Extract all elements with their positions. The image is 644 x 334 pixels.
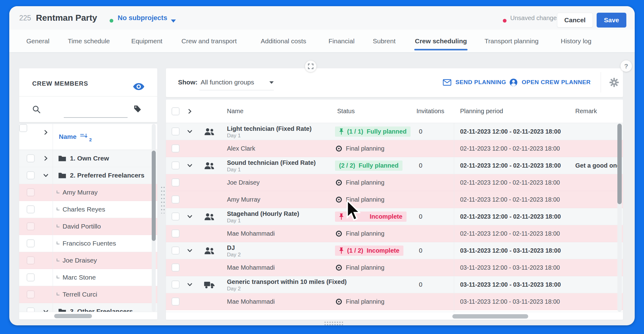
table-vertical-scrollbar-thumb[interactable] [617,124,622,204]
visibility-eye-icon[interactable] [133,83,144,90]
status-badge: Incomplete [335,212,407,222]
open-crew-planner-button[interactable]: OPEN CREW PLANNER [509,68,591,96]
tab-equipment[interactable]: Equipment [131,30,162,52]
row-checkbox[interactable] [172,229,180,238]
tab-additional-costs[interactable]: Additional costs [261,30,306,52]
table-row[interactable]: Amy MurrayFinal planning02-11-2023 12:00… [166,191,623,208]
table-row[interactable]: Generic transport within 10 miles (Fixed… [166,276,623,293]
row-checkbox[interactable] [172,144,180,152]
crew-tree-row[interactable]: Marc Stone [19,269,157,286]
table-row[interactable]: DJDay 2(1 / 2)Incomplete003-11-2023 12:0… [166,242,623,259]
row-checkbox[interactable] [27,188,35,196]
status-badge: (2 / 2)Fully planned [335,161,402,171]
crew-tree-row[interactable]: Amy Murray [19,184,157,201]
crew-tree-row[interactable]: David Portillo [19,218,157,235]
select-all-checkbox[interactable] [172,107,180,115]
crew-tree-row[interactable]: Charles Reyes [19,201,157,218]
column-header-status[interactable]: Status [337,100,355,122]
column-header-invitations[interactable]: Invitations [398,100,444,122]
crew-member-name: Joe Draisey [227,174,260,191]
planning-period: 03-11-2023 12:00 - 03-11-2023 18:00 [460,293,560,310]
planning-period: 03-11-2023 12:00 - 03-11-2023 18:00 [460,276,561,293]
row-checkbox[interactable] [27,290,35,298]
row-checkbox[interactable] [172,195,180,203]
group-label: 1. Own Crew [70,150,109,167]
row-checkbox[interactable] [27,222,35,230]
row-checkbox[interactable] [172,161,180,169]
tab-general[interactable]: General [26,30,50,52]
row-checkbox[interactable] [27,273,35,281]
tab-time-schedule[interactable]: Time schedule [68,30,110,52]
cancel-button[interactable]: Cancel [557,13,593,28]
subprojects-dropdown[interactable]: No subprojects [118,6,167,30]
table-row[interactable]: Mae MohammadiFinal planning02-11-2023 12… [166,225,623,242]
table-row[interactable]: Joe DraiseyFinal planning02-11-2023 12:0… [166,174,623,191]
chevron-down-icon[interactable] [171,19,176,23]
table-row[interactable]: Mae MohammadiFinal planning03-11-2023 12… [166,293,623,310]
scheduling-toolbar: Show: All function groups SEND PLANNING … [166,68,623,97]
row-checkbox[interactable] [27,256,35,264]
row-checkbox[interactable] [27,171,35,179]
select-all-checkbox[interactable] [19,124,27,132]
column-header-planning-period[interactable]: Planning period [460,100,503,122]
table-row[interactable]: Light technician (Fixed Rate)Day 1(1 / 1… [166,123,623,140]
planning-period: 02-11-2023 12:00 - 02-11-2023 18:00 [460,208,561,225]
tab-financial[interactable]: Financial [329,30,355,52]
status-count: (2 / 2) [339,162,355,169]
table-row[interactable]: Sound technician (Fixed Rate)Day 1(2 / 2… [166,157,623,174]
chevron-right-icon[interactable] [43,155,49,161]
function-name: Sound technician (Fixed Rate) [227,159,316,166]
row-checkbox[interactable] [172,263,180,272]
chevron-down-icon[interactable] [187,213,193,220]
row-checkbox[interactable] [172,246,180,255]
row-checkbox[interactable] [172,298,180,306]
chevron-down-icon[interactable] [43,172,49,178]
row-checkbox[interactable] [172,212,180,221]
table-horizontal-scrollbar-thumb[interactable] [452,314,528,319]
crew-tree-row[interactable]: 1. Own Crew [19,150,157,167]
function-group-filter-dropdown[interactable]: All function groups [201,68,254,96]
bottom-resize-handle[interactable] [324,321,344,325]
panel-resize-handle[interactable] [160,186,165,213]
chevron-down-icon[interactable] [187,281,193,288]
status-final-planning: Final planning [336,225,385,242]
crew-tree-row[interactable]: Terrell Curci [19,286,157,303]
row-checkbox[interactable] [27,154,35,162]
tab-crew-and-transport[interactable]: Crew and transport [181,30,237,52]
send-planning-button[interactable]: SEND PLANNING [443,68,506,96]
planning-period: 03-11-2023 12:00 - 03-11-2023 18:00 [460,259,560,276]
column-header-name[interactable]: Name [227,100,243,122]
tab-crew-scheduling[interactable]: Crew scheduling [415,30,467,52]
gear-icon[interactable] [609,78,619,87]
tab-transport-planning[interactable]: Transport planning [485,30,538,52]
table-row[interactable]: Mae MohammadiFinal planning03-11-2023 12… [166,259,623,276]
column-header-remark[interactable]: Remark [575,100,597,122]
row-checkbox[interactable] [172,178,180,186]
row-checkbox[interactable] [27,239,35,247]
crew-tree-row[interactable]: Francisco Fuentes [19,235,157,252]
table-row[interactable]: Alex ClarkFinal planning02-11-2023 12:00… [166,140,623,157]
help-button[interactable]: ? [620,60,632,72]
table-row[interactable]: Stagehand (Hourly Rate)Day 1Incomplete00… [166,208,623,225]
row-checkbox[interactable] [172,280,180,289]
crew-tree-row[interactable]: Joe Draisey [19,252,157,269]
chevron-right-icon[interactable] [187,108,193,114]
chevron-right-icon[interactable] [43,129,49,135]
tab-history-log[interactable]: History log [561,30,591,52]
chevron-down-icon[interactable] [269,81,274,84]
row-checkbox[interactable] [27,205,35,213]
row-checkbox[interactable] [172,127,180,135]
chevron-down-icon[interactable] [187,162,193,169]
crew-vertical-scrollbar-thumb[interactable] [152,151,156,241]
chevron-down-icon[interactable] [187,247,193,254]
project-number: 225 [19,6,31,30]
expand-view-button[interactable] [305,61,316,72]
name-sort-header[interactable]: Name [59,124,76,149]
save-button[interactable]: Save [597,13,626,28]
crew-search-input[interactable] [64,105,128,117]
tab-subrent[interactable]: Subrent [373,30,396,52]
crew-horizontal-scrollbar-thumb[interactable] [54,314,92,318]
tag-filter-icon[interactable] [133,105,142,113]
crew-tree-row[interactable]: 2. Preferred Freelancers [19,167,157,184]
chevron-down-icon[interactable] [187,128,193,135]
